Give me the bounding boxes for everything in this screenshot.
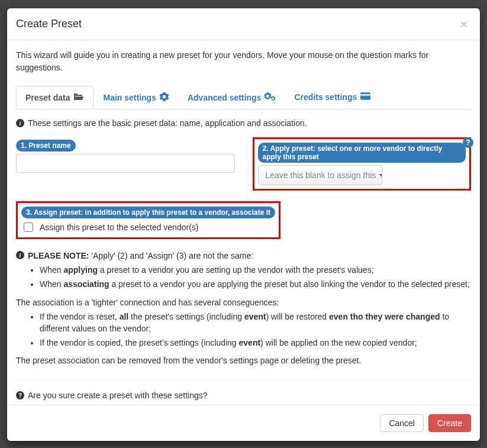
confirm-line: ? Are you sure create a preset with thes… <box>16 391 471 400</box>
assoc-bullet: If the vendor is reset, all the preset's… <box>40 311 471 335</box>
modal-title: Create Preset <box>16 18 82 30</box>
modal-header: Create Preset × <box>7 8 480 40</box>
help-icon[interactable]: ? <box>463 137 473 148</box>
cancel-button[interactable]: Cancel <box>380 414 424 432</box>
modal-footer: Cancel Create <box>7 405 480 441</box>
assign-preset-pill: 3. Assign preset: in addition to apply t… <box>21 207 275 218</box>
assoc-bullet: If the vendor is copied, the preset's se… <box>40 337 471 349</box>
svg-rect-1 <box>360 94 370 95</box>
folder-open-icon <box>73 92 84 102</box>
tab-advanced-settings[interactable]: Advanced settings <box>178 86 285 109</box>
dropdown-placeholder: Leave this blank to assign this <box>266 170 376 180</box>
create-button[interactable]: Create <box>428 414 471 432</box>
assoc-intro: The association is a 'tighter' connectio… <box>16 298 471 307</box>
close-button[interactable]: × <box>457 17 471 31</box>
assign-preset-checkbox[interactable] <box>24 223 33 232</box>
tab-description: i These settings are the basic preset da… <box>16 118 471 128</box>
tab-label: Advanced settings <box>188 93 261 102</box>
tab-label: Credits settings <box>294 92 357 102</box>
tab-preset-data[interactable]: Preset data <box>16 86 93 109</box>
tab-description-text: These settings are the basic preset data… <box>28 118 307 128</box>
info-icon: i <box>16 119 24 127</box>
please-note: i PLEASE NOTE: 'Apply' (2) and 'Assign' … <box>16 251 471 260</box>
svg-rect-0 <box>360 92 370 99</box>
tab-label: Main settings <box>103 93 156 102</box>
tab-main-settings[interactable]: Main settings <box>93 86 178 109</box>
chevron-down-icon <box>379 174 382 177</box>
note-bullet: When applying a preset to a vendor you a… <box>40 264 471 276</box>
divider <box>16 379 471 380</box>
assign-preset-label: Assign this preset to the selected vendo… <box>40 223 198 232</box>
create-preset-modal: Create Preset × This wizard will guide y… <box>7 8 480 441</box>
note-lead-strong: PLEASE NOTE: <box>28 251 89 260</box>
apply-preset-pill: 2. Apply preset: select one or more vend… <box>258 143 466 163</box>
modal-body: This wizard will guide you in creating a… <box>7 40 480 405</box>
tab-label: Preset data <box>25 93 70 102</box>
note-lead-rest: 'Apply' (2) and 'Assign' (3) are not the… <box>89 251 253 260</box>
confirm-text: Are you sure create a preset with these … <box>28 391 208 400</box>
tab-credits-settings[interactable]: Credits settings <box>285 86 380 108</box>
credit-card-icon <box>360 92 370 102</box>
apply-preset-dropdown[interactable]: Leave this blank to assign this <box>258 165 382 185</box>
gear-icon <box>160 92 169 103</box>
note-bullet: When associating a preset to a vendor yo… <box>40 278 471 290</box>
gears-icon <box>265 92 275 103</box>
assoc-outro: The preset association can be removed fr… <box>16 356 471 365</box>
info-icon: i <box>16 251 24 259</box>
question-icon: ? <box>16 391 24 399</box>
wizard-intro: This wizard will guide you in creating a… <box>16 49 471 74</box>
tabs: Preset data Main settings Advanced setti… <box>16 86 471 109</box>
preset-name-input[interactable] <box>16 154 235 173</box>
preset-name-pill: 1. Preset name <box>16 140 76 152</box>
close-icon: × <box>460 17 467 31</box>
